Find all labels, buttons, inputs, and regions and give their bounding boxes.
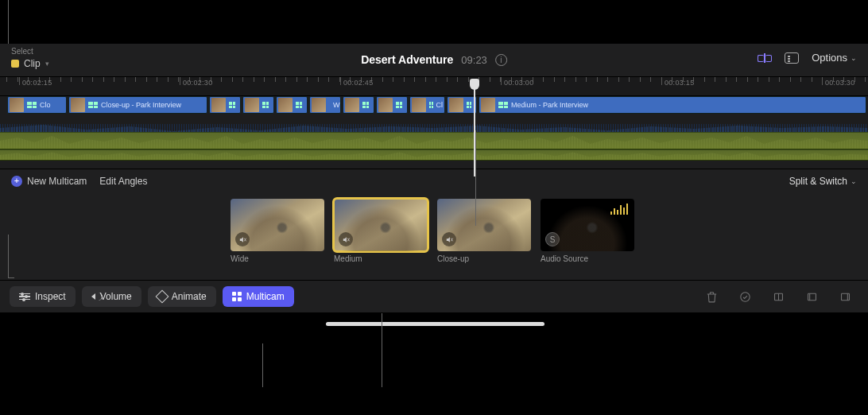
video-track[interactable]: CloClose-up - Park InterviewWClMedium - … xyxy=(0,96,868,124)
volume-button[interactable]: Volume xyxy=(82,286,141,307)
horizontal-scrollbar[interactable] xyxy=(326,322,544,326)
clip-label: Clo xyxy=(40,101,51,109)
multicam-badge-icon xyxy=(27,102,37,108)
options-menu[interactable]: Options ⌄ xyxy=(812,52,857,64)
clip-label: Cl xyxy=(436,101,444,109)
new-multicam-button[interactable]: + New Multicam xyxy=(11,176,87,187)
bottom-toolbar: Inspect Volume Animate Multicam xyxy=(0,280,868,312)
select-mode-caption: Select xyxy=(11,47,33,56)
inspect-label: Inspect xyxy=(35,291,66,302)
multicam-button[interactable]: Multicam xyxy=(223,286,294,307)
playhead-handle[interactable] xyxy=(470,79,479,90)
trim-start-icon[interactable] xyxy=(798,286,825,307)
timeline-clip[interactable]: Cl xyxy=(409,96,445,114)
multicam-badge-icon xyxy=(229,102,235,108)
multicam-badge-icon xyxy=(296,102,302,108)
angle-name: Audio Source xyxy=(541,254,634,263)
audio-track[interactable] xyxy=(0,149,868,161)
chevron-down-icon: ⌄ xyxy=(851,177,857,185)
volume-label: Volume xyxy=(100,291,132,302)
mute-icon[interactable] xyxy=(442,232,456,246)
chevron-down-icon: ▾ xyxy=(45,60,49,68)
callout-leader xyxy=(8,235,9,278)
plus-icon: + xyxy=(11,176,22,187)
options-label: Options xyxy=(812,52,847,64)
timeline-clip[interactable]: Clo xyxy=(7,96,67,114)
angle-name: Medium xyxy=(334,254,428,263)
callout-leader xyxy=(475,130,476,226)
ruler-timecode: 00:02:15 xyxy=(22,79,52,87)
delete-button[interactable] xyxy=(698,286,725,307)
split-switch-menu[interactable]: Split & Switch ⌄ xyxy=(789,176,857,187)
ruler-timecode: 00:02:45 xyxy=(343,79,373,87)
approve-button[interactable] xyxy=(731,286,758,307)
callout-leader xyxy=(8,277,14,278)
trim-both-icon[interactable] xyxy=(765,286,792,307)
select-mode-picker[interactable]: Clip ▾ xyxy=(11,58,49,69)
animate-button[interactable]: Animate xyxy=(148,286,216,307)
edit-angles-button[interactable]: Edit Angles xyxy=(99,176,147,187)
angle-audio[interactable]: SAudio Source xyxy=(541,199,634,280)
keyframe-icon xyxy=(155,290,169,304)
audio-source-icon: S xyxy=(545,232,560,246)
timeline-clip[interactable] xyxy=(242,96,274,114)
multicam-grid-icon xyxy=(232,292,242,301)
ruler-timecode: 00:03:30 xyxy=(825,79,854,87)
multicam-badge-icon xyxy=(329,102,330,108)
video-clip-waveform xyxy=(0,124,868,132)
angle-thumbnail[interactable] xyxy=(231,199,324,251)
timeline-clip[interactable] xyxy=(447,96,477,114)
select-mode-label: Clip xyxy=(24,58,41,69)
multicam-label: Multicam xyxy=(246,291,285,302)
angle-viewer: WideMediumClose-upSAudio Source xyxy=(0,192,868,280)
animate-label: Animate xyxy=(172,291,207,302)
video-track-area: CloClose-up - Park InterviewWClMedium - … xyxy=(0,96,868,132)
mute-icon[interactable] xyxy=(235,232,250,246)
angle-thumbnail[interactable]: S xyxy=(541,199,634,251)
callout-leader xyxy=(8,0,9,44)
ruler-timecode: 00:03:00 xyxy=(504,79,533,87)
callout-leader xyxy=(382,313,382,387)
angle-video[interactable]: Medium xyxy=(334,199,428,280)
inspect-button[interactable]: Inspect xyxy=(10,286,76,307)
timeline-clip[interactable] xyxy=(376,96,408,114)
mute-icon[interactable] xyxy=(339,232,353,246)
timeline-clip[interactable] xyxy=(276,96,308,114)
chevron-down-icon: ⌄ xyxy=(851,54,857,62)
multicam-toolbar: + New Multicam Edit Angles Split & Switc… xyxy=(0,169,868,192)
multicam-badge-icon xyxy=(262,102,269,108)
angle-video[interactable]: Close-up xyxy=(437,199,531,280)
multicam-badge-icon xyxy=(429,102,433,108)
clip-label: Medium - Park Interview xyxy=(511,101,588,109)
angle-video[interactable]: Wide xyxy=(231,199,324,280)
svg-rect-3 xyxy=(841,293,849,301)
timeline-ruler[interactable]: 00:02:1500:02:3000:02:4500:03:0000:03:15… xyxy=(0,77,868,96)
angle-thumbnail[interactable] xyxy=(334,199,428,251)
timeline-clip[interactable]: Medium - Park Interview xyxy=(479,96,866,114)
timeline-clip[interactable] xyxy=(343,96,374,114)
split-switch-label: Split & Switch xyxy=(789,176,847,187)
multicam-badge-icon xyxy=(467,102,471,108)
clip-label: W xyxy=(333,101,340,109)
info-icon[interactable]: i xyxy=(495,54,507,66)
timeline-clip[interactable] xyxy=(209,96,241,114)
project-title: Desert Adventure xyxy=(361,53,453,66)
new-multicam-label: New Multicam xyxy=(27,176,87,187)
multicam-badge-icon xyxy=(396,102,402,108)
multicam-badge-icon xyxy=(88,102,98,108)
timeline-clip[interactable]: W xyxy=(309,96,341,114)
snapping-icon[interactable] xyxy=(758,52,772,64)
angle-thumbnail[interactable] xyxy=(437,199,531,251)
ruler-timecode: 00:02:30 xyxy=(183,79,212,87)
ruler-timecode: 00:03:15 xyxy=(665,79,694,87)
angle-name: Close-up xyxy=(437,254,531,263)
clip-label: Close-up - Park Interview xyxy=(101,101,181,109)
sliders-icon xyxy=(19,293,30,301)
angle-name: Wide xyxy=(231,254,324,263)
multicam-badge-icon xyxy=(498,102,508,108)
trim-end-icon[interactable] xyxy=(831,286,858,307)
timeline-index-icon[interactable] xyxy=(785,52,799,64)
callout-leader xyxy=(262,343,263,387)
audio-track[interactable] xyxy=(0,132,868,149)
timeline-clip[interactable]: Close-up - Park Interview xyxy=(68,96,207,114)
